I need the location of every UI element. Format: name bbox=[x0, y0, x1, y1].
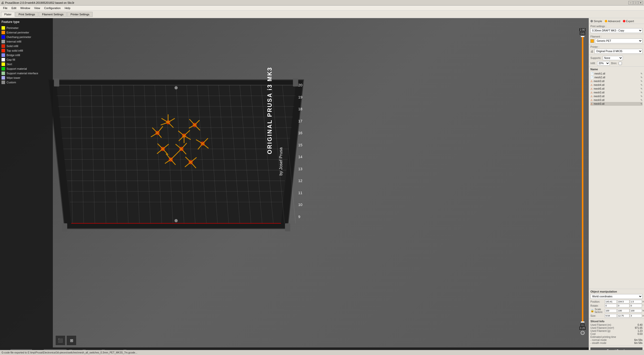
brim-checkbox[interactable] bbox=[619, 62, 622, 65]
coordinate-system-select[interactable]: World coordinates Local coordinates bbox=[590, 294, 642, 299]
menu-file[interactable]: File bbox=[1, 6, 10, 10]
object-row[interactable]: ⚠ mesh5.stl ✎ bbox=[590, 87, 642, 91]
object-warning-icon: ⚠ bbox=[590, 80, 593, 83]
layer-nav-circle[interactable] bbox=[581, 331, 585, 335]
scale-x[interactable] bbox=[605, 309, 617, 312]
mode-simple[interactable]: Simple bbox=[590, 20, 602, 23]
object-row[interactable]: ⚠ mesh4.stl ✎ bbox=[590, 83, 642, 87]
titlebar-left: 🖨 PrusaSlicer-2.0.0+win64-201905201652 b… bbox=[1, 1, 74, 5]
menu-configuration[interactable]: Configuration bbox=[42, 6, 62, 10]
size-y[interactable] bbox=[617, 314, 629, 317]
object-name: mesh2.stl bbox=[594, 76, 640, 79]
position-z[interactable] bbox=[630, 300, 642, 303]
ext-perimeter-label: External perimeter bbox=[7, 31, 29, 34]
wipe-tower-color bbox=[2, 76, 5, 80]
infill-select[interactable]: 20% bbox=[597, 61, 610, 65]
rotate-y[interactable] bbox=[617, 304, 629, 307]
supports-select[interactable]: None bbox=[603, 56, 623, 60]
legend-solid-infill: Solid infill bbox=[2, 44, 51, 48]
skirt-color bbox=[2, 62, 5, 66]
printer-section: Printer : 🖨 Original Prusa i3 MK3S bbox=[589, 45, 644, 55]
svg-rect-98 bbox=[54, 79, 59, 87]
object-icon: 📄 bbox=[590, 72, 593, 75]
object-edit-icon[interactable]: ✎ bbox=[640, 99, 642, 101]
filament-select[interactable]: Generic PET bbox=[595, 39, 642, 43]
rotate-x[interactable] bbox=[605, 304, 617, 307]
object-edit-icon[interactable]: ✎ bbox=[640, 91, 642, 94]
rotate-unit: ° bbox=[642, 304, 644, 307]
scale-y[interactable] bbox=[617, 309, 629, 312]
object-edit-icon[interactable]: ✎ bbox=[640, 76, 642, 79]
size-z[interactable] bbox=[630, 314, 642, 317]
svg-text:17: 17 bbox=[298, 119, 302, 123]
filament-m-value: 0.40 bbox=[638, 324, 642, 326]
title-bar: 🖨 PrusaSlicer-2.0.0+win64-201905201652 b… bbox=[0, 0, 644, 6]
tab-print-settings[interactable]: Print Settings bbox=[15, 12, 38, 17]
titlebar-controls[interactable]: ─ □ ✕ bbox=[628, 1, 643, 5]
layer-handle-top[interactable] bbox=[581, 36, 584, 37]
normal-mode-label: - normal mode bbox=[590, 339, 607, 341]
cost-value: 0.03 bbox=[638, 333, 642, 335]
tab-filament-settings[interactable]: Filament Settings bbox=[39, 12, 67, 17]
object-row[interactable]: 📄 mesh1.stl ✎ bbox=[590, 72, 642, 76]
print-time-label: Estimated printing time bbox=[590, 336, 616, 338]
object-row[interactable]: ⚠ mesh3.stl ✎ bbox=[590, 98, 642, 102]
legend-gap-fill: Gap fill bbox=[2, 57, 51, 62]
filament-mm3-value: 971.65 bbox=[635, 327, 642, 329]
tab-printer-settings[interactable]: Printer Settings bbox=[67, 12, 93, 17]
scale-z[interactable] bbox=[630, 309, 642, 312]
object-manip-title: Object manipulation bbox=[590, 290, 642, 293]
position-x[interactable] bbox=[605, 300, 617, 303]
internal-infill-color bbox=[2, 40, 5, 43]
gap-fill-label: Gap fill bbox=[7, 58, 15, 61]
view-icon-wireframe[interactable]: ⊞ bbox=[66, 335, 76, 345]
mode-expert[interactable]: Expert bbox=[623, 20, 634, 23]
object-edit-icon[interactable]: ✎ bbox=[640, 95, 642, 98]
printer-select[interactable]: Original Prusa i3 MK3S bbox=[594, 49, 642, 54]
infill-label: Infill: bbox=[590, 62, 596, 65]
close-button[interactable]: ✕ bbox=[638, 1, 643, 5]
object-edit-icon[interactable]: ✎ bbox=[640, 80, 642, 83]
layer-track[interactable] bbox=[582, 36, 583, 323]
tab-plater[interactable]: Plater bbox=[1, 12, 15, 17]
status-bar: G-code file exported to E:\tmp\Prusa\Ele… bbox=[0, 350, 644, 355]
filament-g-value: 1.23 bbox=[638, 330, 642, 332]
supports-label: Supports: bbox=[590, 57, 601, 59]
object-row[interactable]: 📄 mesh2.stl ✎ bbox=[590, 76, 642, 79]
rotate-z[interactable] bbox=[630, 304, 642, 307]
stealth-mode-row: - stealth mode 6m 58s bbox=[590, 342, 642, 344]
object-row[interactable]: ⚠ mesh3.stl ✎ bbox=[590, 94, 642, 98]
print-options-section: Supports: None Infill: 20% Brim: bbox=[589, 55, 644, 67]
menu-view[interactable]: View bbox=[32, 6, 42, 10]
object-name: mesh1.stl bbox=[594, 72, 640, 75]
object-row[interactable]: ⚠ mesh3.stl ✎ bbox=[590, 79, 642, 83]
object-edit-icon[interactable]: ✎ bbox=[640, 84, 642, 86]
maximize-button[interactable]: □ bbox=[633, 1, 638, 5]
viewport-icons: ⬛ ⊞ bbox=[55, 335, 76, 345]
layer-slider[interactable]: 2.90 (10) (1) 0.20 bbox=[579, 28, 586, 335]
status-text: G-code file exported to E:\tmp\Prusa\Ele… bbox=[2, 351, 137, 354]
layer-handle-bottom[interactable] bbox=[581, 322, 584, 323]
3d-viewport[interactable]: 20 19 18 17 16 15 14 13 12 11 10 9 ORIGI… bbox=[0, 18, 589, 347]
menu-help[interactable]: Help bbox=[63, 6, 72, 10]
filament-m-row: Used Filament (m) 0.40 bbox=[590, 324, 642, 326]
object-row[interactable]: ⚠ mesh3.stl ✎ bbox=[590, 102, 642, 106]
skirt-label: Skirt bbox=[7, 63, 12, 66]
object-edit-icon[interactable]: ✎ bbox=[640, 87, 642, 90]
position-y[interactable] bbox=[617, 300, 629, 303]
object-edit-icon[interactable]: ✎ bbox=[640, 102, 642, 105]
support-color bbox=[2, 67, 5, 70]
object-edit-icon[interactable]: ✎ bbox=[640, 72, 642, 75]
object-name: mesh5.stl bbox=[594, 87, 640, 90]
menu-window[interactable]: Window bbox=[18, 6, 32, 10]
menu-edit[interactable]: Edit bbox=[10, 6, 18, 10]
print-settings-select[interactable]: 0.30mm DRAFT MK3 - Copy bbox=[590, 28, 642, 33]
legend-perimeter: Perimeter bbox=[2, 26, 51, 30]
size-x[interactable] bbox=[605, 314, 617, 317]
stealth-mode-label: - stealth mode bbox=[590, 342, 606, 344]
view-icon-3d[interactable]: ⬛ bbox=[55, 335, 65, 345]
mode-advanced[interactable]: Advanced bbox=[605, 20, 620, 23]
svg-text:by Josef Prusa: by Josef Prusa bbox=[278, 147, 283, 175]
object-row[interactable]: ⚠ mesh3.stl ✎ bbox=[590, 91, 642, 94]
minimize-button[interactable]: ─ bbox=[628, 1, 633, 5]
